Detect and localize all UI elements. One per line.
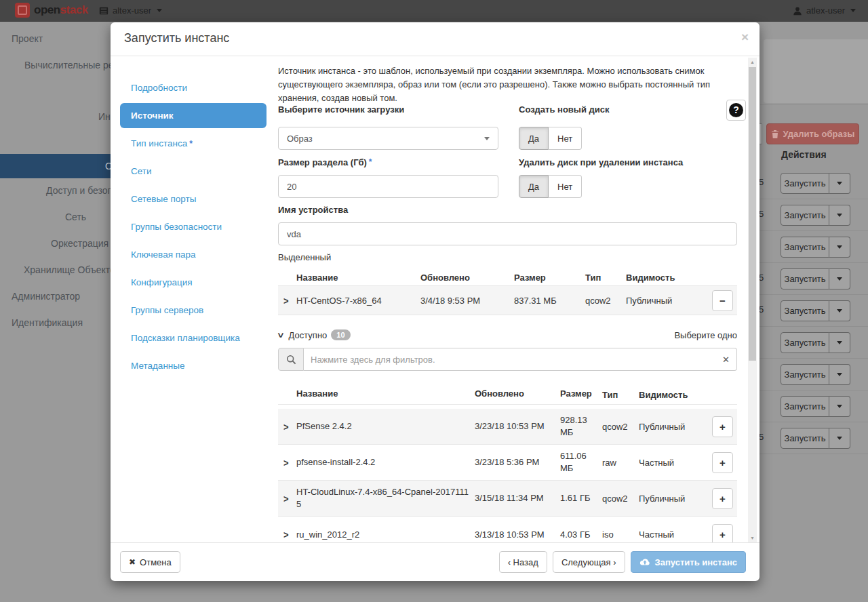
- delete-images-button[interactable]: Удалить образы: [766, 123, 859, 144]
- device-name-input[interactable]: vda: [278, 222, 737, 245]
- wizard-step-security-groups[interactable]: Группы безопасности: [120, 213, 267, 241]
- clear-filter-icon[interactable]: ✕: [722, 355, 730, 365]
- image-type: iso: [602, 529, 639, 540]
- wizard-nav: Подробности Источник Тип инстанса* Сети …: [120, 74, 267, 380]
- scroll-down-icon[interactable]: ▼: [748, 534, 757, 542]
- wizard-step-server-groups[interactable]: Группы серверов: [120, 296, 267, 324]
- size-fragment: 5: [759, 273, 764, 283]
- wizard-step-flavor[interactable]: Тип инстанса*: [120, 129, 267, 157]
- expand-row-icon[interactable]: >: [283, 492, 289, 504]
- domain-switcher[interactable]: altex-user: [99, 5, 162, 16]
- launch-button[interactable]: Запустить: [781, 396, 829, 417]
- launch-split-button[interactable]: Запустить: [781, 173, 850, 194]
- delete-disk-yes-button[interactable]: Да: [519, 175, 549, 198]
- launch-dropdown-toggle[interactable]: [829, 396, 850, 417]
- launch-dropdown-toggle[interactable]: [829, 364, 850, 385]
- allocate-button[interactable]: +: [712, 524, 733, 542]
- wizard-step-scheduler-hints[interactable]: Подсказки планировщика: [120, 324, 267, 352]
- launch-split-button[interactable]: Запустить: [781, 332, 850, 353]
- wizard-step-metadata[interactable]: Метаданные: [120, 352, 267, 380]
- next-button[interactable]: Следующая ›: [553, 551, 625, 573]
- filter-input[interactable]: Нажмите здесь для фильтров. ✕: [304, 348, 737, 371]
- launch-button[interactable]: Запустить: [781, 205, 829, 226]
- launch-button[interactable]: Запустить: [781, 237, 829, 258]
- scroll-up-icon[interactable]: ▲: [748, 58, 757, 66]
- image-type: qcow2: [602, 494, 639, 504]
- modal-scrollbar[interactable]: ▲ ▼: [748, 58, 757, 542]
- expand-row-icon[interactable]: >: [283, 294, 289, 306]
- back-button[interactable]: ‹ Назад: [499, 551, 547, 573]
- launch-button[interactable]: Запустить: [781, 332, 829, 353]
- search-icon: [286, 355, 296, 365]
- create-disk-no-button[interactable]: Нет: [549, 127, 582, 150]
- launch-split-button[interactable]: Запустить: [781, 205, 850, 226]
- close-icon[interactable]: ×: [741, 31, 749, 43]
- expand-row-icon[interactable]: >: [283, 456, 289, 468]
- expand-row-icon[interactable]: >: [283, 420, 289, 432]
- search-addon: [278, 348, 304, 371]
- wizard-step-configuration[interactable]: Конфигурация: [120, 268, 267, 296]
- image-updated: 3/23/18 5:36 PM: [475, 456, 560, 468]
- expand-row-icon[interactable]: >: [283, 529, 289, 540]
- launch-instance-button[interactable]: Запустить инстанс: [631, 551, 746, 573]
- sidebar-item-access[interactable]: Доступ и безопа: [46, 185, 118, 196]
- openstack-logo[interactable]: openstack: [15, 3, 88, 18]
- launch-split-button[interactable]: Запустить: [781, 300, 850, 321]
- launch-button[interactable]: Запустить: [781, 364, 829, 385]
- launch-split-button[interactable]: Запустить: [781, 364, 850, 385]
- launch-dropdown-toggle[interactable]: [829, 205, 850, 226]
- launch-split-button[interactable]: Запустить: [781, 237, 850, 258]
- wizard-step-source-selected[interactable]: Источник: [120, 103, 267, 128]
- launch-button[interactable]: Запустить: [781, 173, 829, 194]
- wizard-step-ports[interactable]: Сетевые порты: [120, 185, 267, 213]
- available-row: > PfSense 2.4.2 3/23/18 10:53 PM 928.13 …: [278, 409, 737, 445]
- sidebar-item-network[interactable]: Сеть: [65, 212, 86, 222]
- image-type: qcow2: [585, 296, 626, 306]
- launch-split-button[interactable]: Запустить: [781, 268, 850, 289]
- sidebar-item-object-store[interactable]: Хранилище Объекто: [24, 264, 115, 275]
- delete-on-terminate-toggle: Да Нет: [519, 175, 582, 198]
- allocate-button[interactable]: +: [712, 452, 733, 473]
- volume-size-input[interactable]: 20: [278, 175, 498, 198]
- chevron-down-icon: [837, 182, 842, 185]
- allocate-button[interactable]: +: [712, 488, 733, 509]
- launch-button[interactable]: Запустить: [781, 268, 829, 289]
- chevron-down-icon: [837, 245, 842, 249]
- collapse-icon[interactable]: >: [275, 332, 286, 338]
- user-menu[interactable]: atlex-user: [793, 5, 856, 16]
- cancel-button[interactable]: ✖Отмена: [120, 551, 180, 573]
- image-visibility: Публичный: [626, 296, 694, 306]
- launch-button[interactable]: Запустить: [781, 300, 829, 321]
- table-row: 5 Запустить: [758, 295, 868, 327]
- sidebar-item-identity[interactable]: Идентификация: [12, 317, 83, 328]
- allocate-button[interactable]: +: [712, 416, 733, 437]
- launch-button[interactable]: Запустить: [781, 428, 829, 449]
- launch-dropdown-toggle[interactable]: [829, 332, 850, 353]
- table-row: Запустить: [758, 327, 868, 359]
- allocated-row: > HT-CentOS-7-x86_64 3/4/18 9:53 PM 837.…: [278, 285, 737, 315]
- image-visibility: Публичный: [639, 494, 704, 504]
- scrollbar-thumb[interactable]: [749, 67, 756, 361]
- boot-source-value: Образ: [287, 134, 313, 144]
- delete-disk-no-button[interactable]: Нет: [549, 175, 582, 198]
- launch-dropdown-toggle[interactable]: [829, 237, 850, 258]
- sidebar-item-instances[interactable]: Ин: [98, 111, 111, 122]
- images-table-rows: 5 Запустить 5 Запустить Запустить 5 Запу…: [758, 167, 868, 454]
- sidebar-item-project[interactable]: Проект: [12, 33, 43, 44]
- wizard-step-keypair[interactable]: Ключевая пара: [120, 241, 267, 268]
- create-disk-yes-button[interactable]: Да: [519, 127, 549, 150]
- wizard-step-details[interactable]: Подробности: [120, 74, 267, 102]
- sidebar-item-orchestration[interactable]: Оркестрация: [51, 238, 108, 249]
- boot-source-select[interactable]: Образ: [278, 127, 498, 150]
- launch-dropdown-toggle[interactable]: [829, 428, 850, 449]
- table-row: 5 Запустить: [758, 167, 868, 199]
- launch-dropdown-toggle[interactable]: [829, 300, 850, 321]
- deallocate-button[interactable]: −: [712, 290, 733, 311]
- launch-split-button[interactable]: Запустить: [781, 396, 850, 417]
- wizard-step-networks[interactable]: Сети: [120, 157, 267, 185]
- column-header: Размер: [514, 273, 585, 283]
- sidebar-item-admin[interactable]: Администратор: [12, 291, 80, 302]
- launch-dropdown-toggle[interactable]: [829, 173, 850, 194]
- launch-split-button[interactable]: Запустить: [781, 428, 850, 449]
- launch-dropdown-toggle[interactable]: [829, 268, 850, 289]
